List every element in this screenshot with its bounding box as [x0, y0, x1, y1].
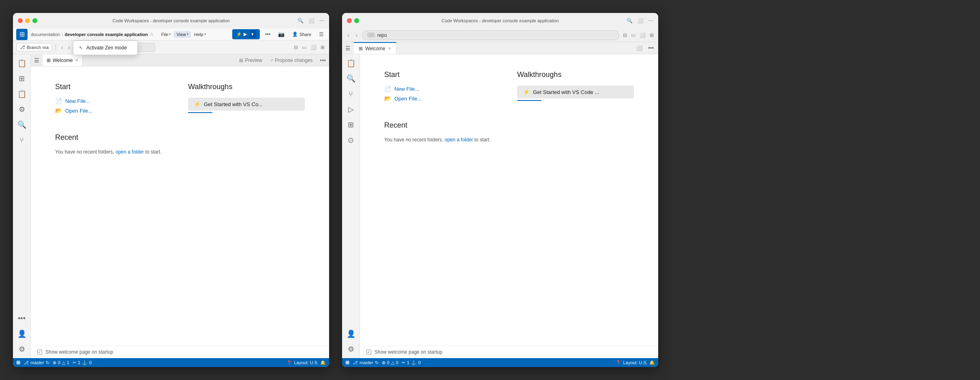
walkthrough-button-left[interactable]: ⚡ Get Started with VS Co... [188, 98, 305, 111]
activity-explorer-icon-right[interactable]: 📋 [344, 56, 358, 70]
split-vertical-icon[interactable]: ⬜ [309, 44, 318, 51]
menu-view[interactable]: View ▾ [174, 31, 191, 38]
open-folder-link-left[interactable]: open a folder [116, 149, 144, 155]
activity-search-icon[interactable]: 🔍 [15, 117, 29, 132]
activity-gear-icon[interactable]: ⚙ [15, 342, 29, 357]
nav-back-icon[interactable]: ‹ [59, 43, 65, 51]
split-icon-right[interactable]: ⬜ [634, 44, 644, 52]
close-button-right[interactable] [347, 18, 352, 23]
branch-status-left[interactable]: ⎇ master ↻ [24, 360, 49, 365]
welcome-tab[interactable]: ⊞ Welcome ✕ [43, 54, 83, 66]
split-horizontal-icon[interactable]: ▭ [301, 44, 308, 51]
nav-forward-icon[interactable]: › [66, 43, 72, 51]
activity-account-icon-right[interactable]: 👤 [344, 327, 358, 341]
propose-icon: ⑂ [270, 58, 273, 63]
warning-count-right: 0 [396, 360, 398, 365]
ellipsis-menu-icon[interactable]: ••• [263, 30, 273, 38]
welcome-tab-right[interactable]: ⊞ Welcome ✕ [354, 42, 396, 54]
menu-file[interactable]: File ▾ [159, 31, 173, 38]
layout-icon-right[interactable]: ⊞ [648, 32, 655, 39]
vscode-logo-left: ⊞ [16, 360, 20, 365]
split-editor-icon-right[interactable]: ⊟ [622, 32, 628, 39]
activity-search-icon-right[interactable]: 🔍 [344, 71, 358, 86]
activity-copy-icon[interactable]: 📋 [15, 87, 29, 101]
activity-explorer-icon[interactable]: 📋 [15, 56, 29, 70]
nav-forward-right[interactable]: › [354, 31, 360, 39]
activity-gear-icon-right[interactable]: ⚙ [344, 342, 358, 357]
bell-icon-right[interactable]: 🔔 [649, 360, 655, 365]
split-vertical-icon-right[interactable]: ⬜ [638, 32, 647, 39]
welcome-tab-close-right[interactable]: ✕ [388, 46, 391, 51]
minimize-button-left[interactable] [25, 18, 30, 23]
branch-name-left: master [30, 360, 44, 365]
show-welcome-checkbox-right[interactable]: ✓ [366, 350, 371, 354]
activity-settings-icon[interactable]: ⚙ [15, 102, 29, 117]
menu-help[interactable]: Help ▾ [192, 31, 208, 38]
camera-icon[interactable]: 📷 [276, 30, 287, 38]
activity-debug-icon-right[interactable]: ▷ [344, 102, 358, 117]
new-file-link-right[interactable]: 📄 New File... [384, 85, 501, 92]
main-area-right: 📋 🔍 ⑂ ▷ ⊞ ⊙ 👤 ⚙ S [342, 54, 658, 358]
split-horizontal-icon-right[interactable]: ▭ [630, 32, 637, 39]
open-file-link-right[interactable]: 📂 Open File... [384, 95, 501, 102]
errors-status-left[interactable]: ⊗ 0 △ 1 [53, 360, 69, 365]
show-welcome-checkbox-left[interactable]: ✓ [37, 350, 42, 354]
more-icon-titlebar-right[interactable]: ⋯ [648, 18, 653, 23]
close-button-left[interactable] [18, 18, 23, 23]
propose-changes-button[interactable]: ⑂ Propose changes [266, 54, 317, 66]
recent-section-right: Recent You have no recent folders, open … [384, 121, 634, 144]
open-folder-link-right[interactable]: open a folder [445, 137, 473, 143]
branch-button[interactable]: ⎇ Branch ma [16, 43, 52, 51]
welcome-content-left: Start 📄 New File... 📂 Open File... [31, 66, 329, 358]
branch-status-right[interactable]: ⎇ master ↻ [353, 360, 379, 365]
info-status-right[interactable]: ✂ 1 ⚓ 0 [402, 360, 421, 365]
activity-remote-icon-right[interactable]: ⊙ [344, 133, 358, 147]
activity-source-control-icon[interactable]: ⑂ [15, 133, 29, 147]
activate-zen-mode-item[interactable]: ↖ Activate Zen mode [73, 43, 137, 53]
run-button[interactable]: ⚡ ▶ ▾ [232, 29, 260, 39]
maximize-button-left[interactable] [32, 18, 37, 23]
fullscreen-icon[interactable]: ⬜ [308, 18, 315, 23]
more-tabs-icon-right[interactable]: ••• [646, 44, 656, 52]
maximize-button-right[interactable] [354, 18, 359, 23]
search-icon-titlebar[interactable]: 🔍 [297, 18, 304, 23]
welcome-content-right: Start 📄 New File... 📂 Open File... [360, 54, 658, 358]
remote-icon-right: ⚓ [411, 360, 417, 365]
activity-source-control-icon-right[interactable]: ⑂ [344, 87, 358, 101]
sidebar-toggle-right[interactable]: ☰ [342, 42, 354, 54]
preview-button[interactable]: ⊞ Preview [235, 54, 266, 66]
info-status-left[interactable]: ✂ 1 ⚓ 0 [73, 360, 92, 365]
walkthrough-button-right[interactable]: ⚡ Get Started with VS Code ... [517, 85, 634, 98]
breadcrumb-folder[interactable]: documentation [31, 32, 60, 37]
search-icon-titlebar-right[interactable]: 🔍 [627, 18, 633, 23]
editor-tabs-more[interactable]: ••• [317, 54, 329, 66]
show-welcome-label-left: Show welcome page on startup [45, 349, 113, 355]
open-file-link-left[interactable]: 📂 Open File... [55, 107, 172, 114]
layout-icon[interactable]: ⊞ [319, 44, 326, 51]
address-bar-right[interactable]: ··· repo [362, 30, 619, 40]
start-title-right: Start [384, 70, 501, 79]
nav-back-right[interactable]: ‹ [345, 31, 351, 39]
split-editor-icon[interactable]: ⊟ [293, 44, 299, 51]
main-area-left: 📋 ⊞ 📋 ⚙ 🔍 ⑂ ••• 👤 ⚙ ☰ [13, 54, 329, 358]
activity-extensions-icon[interactable]: ⊞ [15, 71, 29, 86]
activity-account-icon[interactable]: 👤 [15, 327, 29, 341]
list-icon[interactable]: ☰ [317, 30, 326, 38]
fullscreen-icon-right[interactable]: ⬜ [638, 18, 644, 23]
more-icon-titlebar[interactable]: ⋯ [319, 18, 324, 23]
bell-icon-left[interactable]: 🔔 [320, 360, 326, 365]
activity-extensions-icon-right[interactable]: ⊞ [344, 117, 358, 132]
remote-count-right: 0 [418, 360, 421, 365]
breadcrumb-project[interactable]: developer console example application [65, 32, 148, 37]
welcome-tab-close-icon[interactable]: ✕ [75, 58, 78, 62]
activity-more-icon[interactable]: ••• [15, 311, 29, 326]
errors-status-right[interactable]: ⊗ 0 △ 0 [382, 360, 398, 365]
new-file-link-left[interactable]: 📄 New File... [55, 98, 172, 104]
remote-count-left: 0 [89, 360, 92, 365]
run-dropdown-icon[interactable]: ▾ [249, 30, 256, 38]
favorite-icon[interactable]: ☆ [150, 32, 154, 37]
toolbar-separator: | [55, 43, 57, 51]
title-bar-right: Code Workspaces - developer console exam… [342, 13, 658, 28]
sidebar-toggle-left[interactable]: ☰ [31, 54, 43, 66]
share-button[interactable]: 👤 Share [290, 31, 314, 38]
